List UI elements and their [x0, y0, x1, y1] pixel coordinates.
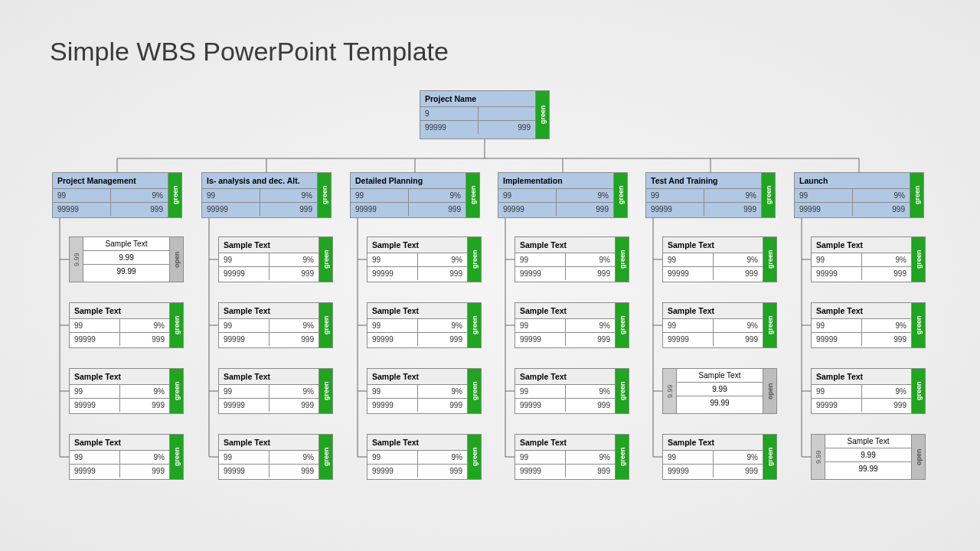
cell: 99 — [515, 253, 565, 266]
cell: 99999 — [70, 465, 119, 478]
cell: 999 — [269, 465, 319, 478]
status-tag: green — [466, 173, 479, 217]
status-tag: green — [318, 237, 332, 282]
cell: 999 — [417, 399, 468, 412]
cell: 9% — [565, 451, 616, 464]
cell: 9% — [713, 253, 763, 266]
cell: 99 — [515, 385, 565, 398]
status-tag: green — [169, 435, 183, 479]
leaf-title: Sample Text — [515, 237, 615, 253]
cell: 99999 — [202, 203, 260, 216]
cell: 9% — [417, 319, 468, 332]
branch-node: Test And Training 999% 99999999 green — [645, 172, 776, 218]
cell: 99999 — [646, 203, 704, 216]
cell: 99 — [368, 451, 417, 464]
cell: 99.99 — [83, 264, 169, 278]
root-cell-d: 999 — [478, 121, 536, 134]
cell: 999 — [119, 333, 170, 346]
status-tag: green — [763, 303, 776, 347]
cell: 99999 — [351, 203, 408, 216]
leaf-node: Sample Text 999% 99999999 green — [69, 368, 184, 414]
branch-node: Implementation 999% 99999999 green — [498, 172, 628, 218]
leaf-node: Sample Text 999% 99999999 green — [662, 302, 777, 348]
leaf-title: Sample Text — [812, 369, 911, 384]
branch-title: Detailed Planning — [351, 173, 466, 188]
cell: 999 — [565, 399, 616, 412]
cell: 99.99 — [677, 396, 763, 409]
cell: 9% — [713, 451, 763, 464]
cell: 9% — [556, 189, 614, 202]
cell: 9.99 — [83, 250, 169, 264]
leaf-title: Sample Text — [663, 303, 763, 318]
cell: 99999 — [368, 333, 417, 346]
status-tag: green — [467, 369, 481, 413]
cell: 9% — [704, 189, 762, 202]
status-tag: open — [911, 435, 925, 479]
leaf-title: Sample Text — [368, 303, 467, 318]
status-tag: green — [318, 435, 332, 479]
branch-title: Project Management — [53, 173, 168, 188]
cell: 99 — [498, 189, 556, 202]
leaf-node: Sample Text 999% 99999999 green — [662, 434, 777, 480]
cell: 999 — [861, 399, 912, 412]
cell: 99999 — [515, 333, 565, 346]
cell: 9% — [269, 319, 319, 332]
left-value-tag: 9.99 — [70, 237, 83, 282]
leaf-node: Sample Text 999% 99999999 green — [218, 434, 333, 480]
leaf-title: Sample Text — [368, 237, 467, 253]
cell: 9% — [269, 385, 319, 398]
cell: 99 — [368, 253, 417, 266]
cell: 9.99 — [677, 382, 763, 396]
status-tag: green — [761, 173, 775, 217]
cell: 99 — [219, 385, 269, 398]
cell: 99 — [646, 189, 704, 202]
cell: 99 — [219, 253, 269, 266]
leaf-node: Sample Text 999% 99999999 green — [367, 302, 482, 348]
cell: 99999 — [515, 399, 565, 412]
branch-node: Is- analysis and dec. Alt. 999% 99999999… — [201, 172, 332, 218]
cell: 999 — [417, 333, 468, 346]
leaf-node: 9.99 Sample Text 9.99 99.99 open — [662, 368, 777, 414]
status-tag: green — [615, 435, 629, 479]
status-tag: green — [911, 303, 925, 347]
status-tag: green — [169, 303, 183, 347]
cell: 999 — [119, 465, 170, 478]
left-value-tag: 9.99 — [663, 369, 677, 413]
cell: 999 — [408, 203, 466, 216]
leaf-title: Sample Text — [812, 237, 911, 253]
cell: 99999 — [70, 399, 119, 412]
cell: 99 — [663, 451, 713, 464]
cell: 999 — [713, 267, 763, 280]
leaf-node: Sample Text 999% 99999999 green — [514, 434, 629, 480]
status-tag: green — [169, 369, 183, 413]
leaf-node: 9.99 Sample Text 9.99 99.99 open — [811, 434, 926, 480]
cell: 999 — [269, 267, 319, 280]
cell: 99 — [70, 385, 119, 398]
cell: 99 — [515, 319, 565, 332]
leaf-title: Sample Text — [515, 303, 615, 318]
status-tag: green — [467, 303, 481, 347]
cell: 99999 — [219, 267, 269, 280]
status-tag: green — [318, 369, 332, 413]
leaf-node: Sample Text 999% 99999999 green — [811, 368, 926, 414]
cell: 9% — [852, 189, 910, 202]
cell: 999 — [260, 203, 318, 216]
status-tag: green — [763, 435, 776, 479]
cell: 99999 — [663, 267, 713, 280]
status-tag: green — [763, 237, 776, 282]
status-tag: green — [910, 173, 923, 217]
root-cell-c: 99999 — [420, 121, 478, 134]
leaf-node: Sample Text 999% 99999999 green — [811, 302, 926, 348]
leaf-title: Sample Text — [825, 435, 911, 448]
status-tag: green — [318, 303, 332, 347]
cell: 99999 — [515, 465, 565, 478]
cell: 99999 — [368, 465, 417, 478]
root-node: Project Name 9 99999999 green — [420, 90, 550, 139]
leaf-node: Sample Text 999% 99999999 green — [367, 236, 482, 282]
cell: 999 — [861, 267, 912, 280]
leaf-title: Sample Text — [219, 369, 318, 384]
status-tag: green — [615, 303, 629, 347]
leaf-title: Sample Text — [219, 435, 318, 450]
cell: 9% — [565, 319, 616, 332]
cell: 999 — [269, 333, 319, 346]
